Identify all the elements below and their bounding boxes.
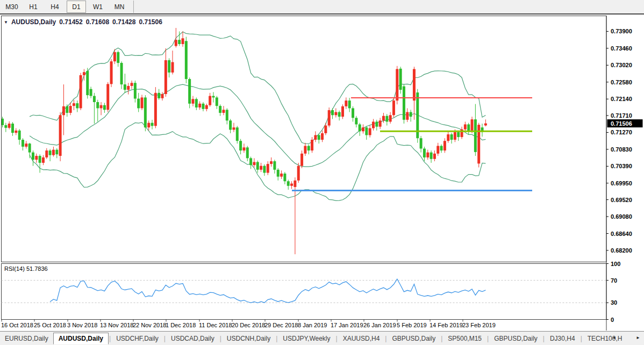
- candle-body: [304, 146, 306, 153]
- candle-body: [464, 124, 467, 129]
- candle-body: [120, 63, 123, 84]
- candle-body: [385, 116, 388, 122]
- candle-body: [232, 127, 235, 130]
- candle-body: [297, 166, 300, 181]
- candle-body: [280, 174, 283, 177]
- main-pane-border: [2, 16, 607, 262]
- date-axis-label: 16 Oct 2018: [1, 322, 33, 328]
- candle-body: [188, 79, 191, 104]
- symbol-name: AUDUSD,Daily: [11, 18, 56, 26]
- date-axis-label: 11 Dec 2018: [199, 322, 232, 328]
- tab-audusd-daily[interactable]: AUDUSD,Daily: [53, 333, 109, 344]
- tab-usdcnh-daily[interactable]: USDCNH,Daily: [222, 333, 275, 344]
- timeframe-button-d1[interactable]: D1: [67, 1, 86, 13]
- timeframe-button-w1[interactable]: W1: [88, 1, 108, 13]
- rsi-axis-label: 0: [611, 317, 614, 323]
- date-axis-label: 29 Dec 2018: [264, 322, 298, 328]
- candle-body: [147, 123, 150, 128]
- candle-body: [474, 119, 477, 152]
- candle-body: [18, 131, 21, 140]
- tab-gbpusd-daily[interactable]: GBPUSD,Daily: [387, 333, 440, 344]
- candle-body: [86, 71, 89, 95]
- tab-gbpusd-daily-2[interactable]: GBPUSD,Daily: [489, 333, 542, 344]
- candle-body: [318, 135, 320, 140]
- tab-usdcad-daily[interactable]: USDCAD,Daily: [166, 333, 219, 344]
- candle-body: [236, 127, 239, 141]
- candle-body: [423, 148, 426, 157]
- candle-body: [406, 112, 409, 120]
- candle-body: [341, 106, 344, 117]
- rsi-axis-label: 100: [611, 261, 620, 267]
- chart-tabbar: EURUSD,Daily AUDUSD,Daily| USDCHF,Daily|…: [0, 331, 644, 345]
- tab-tech100[interactable]: TECH100,H: [583, 333, 627, 344]
- candle-body: [205, 105, 208, 109]
- candle-body: [433, 154, 436, 159]
- candle-body: [389, 115, 392, 121]
- chart-canvas[interactable]: 0.739000.734600.730200.725800.721400.717…: [0, 16, 644, 331]
- candle-body: [467, 124, 470, 130]
- tab-sp500-m15[interactable]: SP500,M15: [443, 333, 486, 344]
- candle-body: [273, 161, 276, 170]
- candle-body: [256, 162, 259, 170]
- candle-body: [300, 154, 303, 166]
- tab-scroll-right-icon[interactable]: ►: [636, 335, 640, 340]
- tab-usdchf-daily[interactable]: USDCHF,Daily: [111, 333, 163, 344]
- price-axis-label: 0.68640: [611, 231, 632, 237]
- timeframe-button-h4[interactable]: H4: [45, 1, 65, 13]
- candle-body: [392, 100, 395, 115]
- candle-body: [447, 134, 449, 141]
- candle-body: [277, 170, 280, 177]
- candle-body: [457, 132, 460, 137]
- candle-body: [290, 184, 293, 186]
- timeframe-button-mn[interactable]: MN: [110, 1, 129, 13]
- candle-body: [59, 115, 62, 156]
- candle-body: [175, 40, 177, 46]
- chevron-down-icon[interactable]: ▼: [4, 20, 8, 25]
- candle-body: [76, 103, 78, 108]
- tab-scroll-left-icon[interactable]: ◄: [612, 335, 616, 340]
- candle-body: [352, 108, 354, 118]
- timeframe-button-m30[interactable]: M30: [2, 1, 22, 13]
- rsi-line: [50, 279, 485, 303]
- candle-body: [185, 41, 188, 79]
- price-axis-label: 0.70830: [611, 146, 632, 153]
- tab-xauusd-h4[interactable]: XAUUSD,H4: [338, 333, 385, 344]
- candle-body: [151, 123, 154, 126]
- candle-body: [141, 97, 144, 108]
- candle-body: [83, 72, 85, 75]
- candle-body: [164, 60, 167, 94]
- tab-eurusd-daily[interactable]: EURUSD,Daily: [0, 333, 53, 344]
- price-axis-label: 0.69080: [611, 213, 632, 220]
- price-axis-label: 0.68200: [611, 247, 632, 254]
- candle-body: [471, 119, 474, 131]
- candle-body: [25, 143, 27, 147]
- candle-body: [294, 181, 296, 187]
- toolbar-separator: [133, 1, 134, 13]
- candle-body: [96, 102, 99, 108]
- date-axis-label: 13 Nov 2018: [100, 322, 133, 328]
- symbol-header: ▼ AUDUSD,Daily 0.71452 0.71608 0.71428 0…: [4, 18, 162, 26]
- candle-body: [420, 138, 423, 148]
- price-marker-label: 0.71506: [611, 120, 632, 127]
- candle-body: [263, 166, 266, 173]
- date-axis-label: 14 Feb 2019: [430, 322, 463, 328]
- candle-body: [191, 99, 194, 104]
- candle-body: [426, 153, 429, 157]
- price-axis-label: 0.69950: [611, 180, 632, 186]
- candle-body: [222, 110, 225, 113]
- date-axis-label: 23 Feb 2019: [462, 322, 496, 328]
- candle-body: [324, 126, 327, 133]
- candle-body: [8, 124, 11, 128]
- candle-body: [362, 127, 364, 131]
- candle-body: [321, 133, 324, 140]
- candle-body: [181, 38, 184, 44]
- candle-body: [239, 141, 242, 150]
- candle-body: [161, 94, 164, 98]
- timeframe-button-h1[interactable]: H1: [24, 1, 43, 13]
- tab-usdjpy-weekly[interactable]: USDJPY,Weekly: [278, 333, 335, 344]
- candle-body: [443, 141, 446, 150]
- tab-dj30-h4[interactable]: DJ30,H4: [545, 333, 580, 344]
- candle-body: [345, 100, 347, 106]
- candle-body: [283, 174, 286, 181]
- ohlc-close: 0.71506: [139, 18, 162, 26]
